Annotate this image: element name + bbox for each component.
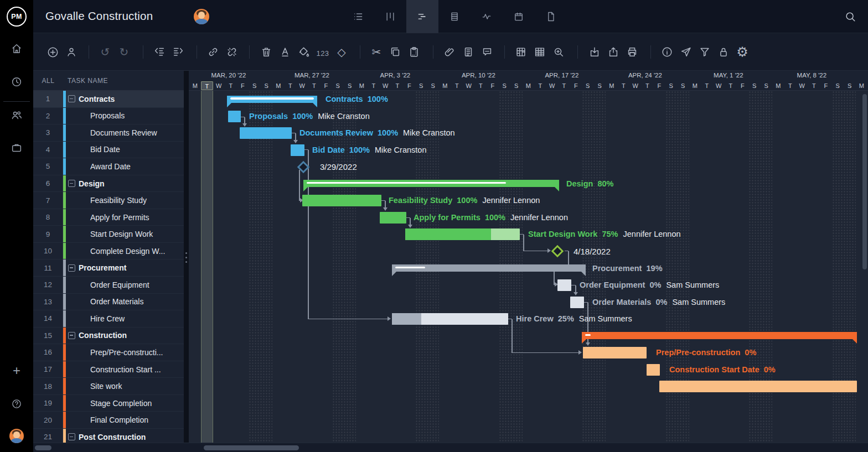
task-row-12[interactable]: 12 Order Equipment — [33, 277, 184, 294]
toolbar-copy-button[interactable] — [389, 46, 401, 58]
milestone-diamond-10[interactable] — [551, 245, 564, 258]
tab-calendar-view[interactable] — [503, 0, 535, 33]
task-list-hscroll-thumb[interactable] — [35, 445, 51, 450]
toolbar-columns-button[interactable] — [515, 46, 527, 58]
toolbar-import-button[interactable] — [588, 46, 601, 58]
task-bar-13[interactable] — [570, 297, 584, 308]
toolbar-number-format-button[interactable]: 123 — [317, 46, 329, 58]
rail-item-team[interactable] — [0, 103, 33, 127]
collapse-icon[interactable] — [68, 95, 75, 102]
rail-item-timesheet[interactable] — [0, 70, 33, 94]
tab-page-view[interactable] — [535, 0, 567, 33]
project-owner-avatar[interactable] — [194, 9, 209, 24]
toolbar-comment-button[interactable] — [481, 46, 493, 58]
day-label: S — [582, 81, 594, 90]
toolbar-lock-button[interactable] — [717, 46, 730, 58]
toolbar-delete-button[interactable] — [260, 46, 272, 58]
task-bar-18[interactable] — [659, 381, 857, 392]
task-row-14[interactable]: 14 Hire Crew — [33, 310, 184, 328]
toolbar-undo-button[interactable]: ↺ — [99, 46, 111, 58]
toolbar-settings-button[interactable]: ⚙ — [736, 46, 748, 58]
task-row-17[interactable]: 17 Construction Start ... — [33, 361, 184, 378]
tab-list-view[interactable] — [342, 0, 374, 33]
toolbar-info-button[interactable] — [661, 46, 673, 58]
collapse-icon[interactable] — [68, 180, 75, 187]
toolbar-share-button[interactable] — [680, 46, 692, 58]
task-bar-16[interactable] — [583, 347, 647, 359]
toolbar-assign-user-button[interactable] — [65, 46, 78, 58]
collapse-icon[interactable] — [68, 332, 75, 339]
task-bar-3[interactable] — [240, 127, 292, 139]
group-color-strip — [63, 344, 66, 361]
task-row-5[interactable]: 5 Award Date — [33, 158, 184, 175]
toolbar-outdent-button[interactable] — [153, 46, 166, 58]
toolbar-notes-button[interactable] — [462, 46, 474, 58]
column-header-all[interactable]: ALL — [33, 71, 63, 91]
task-bar-8[interactable] — [380, 212, 406, 224]
toolbar-spreadsheet-button[interactable] — [534, 46, 546, 58]
tab-gantt-view[interactable] — [406, 0, 438, 33]
summary-bar-6[interactable] — [303, 180, 559, 187]
toolbar-zoom-in-button[interactable] — [552, 46, 565, 58]
summary-bar-15[interactable] — [582, 332, 857, 339]
task-row-2[interactable]: 2 Proposals — [33, 108, 184, 125]
summary-bar-1[interactable] — [227, 96, 317, 103]
task-row-8[interactable]: 8 Apply for Permits — [33, 209, 184, 226]
panel-splitter[interactable] — [184, 71, 189, 443]
toolbar-export-button[interactable] — [607, 46, 619, 58]
task-row-7[interactable]: 7 Feasibility Study — [33, 192, 184, 209]
task-row-13[interactable]: 13 Order Materials — [33, 294, 184, 311]
toolbar-cut-button[interactable]: ✂ — [370, 46, 383, 58]
collapse-icon[interactable] — [68, 433, 75, 440]
task-row-10[interactable]: 10 Complete Design W... — [33, 243, 184, 260]
toolbar-unlink-tasks-button[interactable] — [226, 46, 238, 58]
task-name: Complete Design W... — [90, 243, 165, 259]
task-row-9[interactable]: 9 Start Design Work — [33, 226, 184, 243]
toolbar-print-button[interactable] — [626, 46, 638, 58]
toolbar-redo-button[interactable]: ↻ — [118, 46, 130, 58]
summary-bar-11[interactable] — [392, 264, 586, 272]
rail-item-home[interactable] — [0, 37, 33, 61]
search-button[interactable] — [843, 9, 858, 24]
toolbar-font-style-button[interactable] — [279, 46, 291, 58]
tab-sheet-view[interactable] — [438, 0, 471, 33]
task-row-4[interactable]: 4 Bid Date — [33, 142, 184, 159]
gantt-hscroll-thumb[interactable] — [204, 445, 299, 450]
task-bar-2[interactable] — [228, 111, 241, 122]
task-row-6[interactable]: 6 Design — [33, 175, 184, 193]
task-row-19[interactable]: 19 Stage Completion — [33, 395, 184, 412]
toolbar-milestone-button[interactable]: ◇ — [335, 46, 348, 58]
task-row-21[interactable]: 21 Post Construction — [33, 429, 184, 443]
rail-item-add[interactable]: + — [0, 359, 33, 383]
group-color-strip — [63, 108, 66, 124]
column-header-task-name[interactable]: TASK NAME — [68, 71, 108, 91]
task-bar-7[interactable] — [302, 195, 381, 206]
app-logo[interactable]: PM — [0, 0, 33, 33]
tab-activity-view[interactable] — [471, 0, 503, 33]
task-row-11[interactable]: 11 Procurement — [33, 259, 184, 277]
tab-board-view[interactable] — [374, 0, 406, 33]
task-row-16[interactable]: 16 Prep/Pre-constructi... — [33, 344, 184, 361]
toolbar-filter-button[interactable] — [699, 46, 711, 58]
rail-item-help[interactable] — [0, 392, 33, 416]
task-bar-12[interactable] — [557, 279, 571, 291]
toolbar-fill-color-button[interactable] — [298, 46, 310, 58]
task-row-3[interactable]: 3 Documents Review — [33, 124, 184, 142]
toolbar-add-task-button[interactable] — [46, 46, 59, 58]
gantt-vertical-scrollbar[interactable] — [862, 94, 867, 269]
task-bar-14[interactable] — [392, 313, 508, 325]
toolbar-indent-button[interactable] — [172, 46, 184, 58]
rail-item-portfolio[interactable] — [0, 136, 33, 160]
task-bar-9[interactable] — [405, 228, 520, 240]
task-row-20[interactable]: 20 Final Completion — [33, 412, 184, 429]
toolbar-paste-button[interactable] — [408, 46, 420, 58]
task-row-18[interactable]: 18 Site work — [33, 378, 184, 395]
collapse-icon[interactable] — [68, 264, 75, 272]
toolbar-link-tasks-button[interactable] — [207, 46, 219, 58]
rail-user-avatar[interactable] — [0, 424, 33, 448]
task-row-15[interactable]: 15 Construction — [33, 328, 184, 345]
task-row-1[interactable]: 1 Contracts — [33, 91, 184, 108]
task-bar-17[interactable] — [647, 364, 660, 376]
toolbar-attachment-button[interactable] — [443, 46, 456, 58]
task-bar-4[interactable] — [291, 144, 304, 156]
